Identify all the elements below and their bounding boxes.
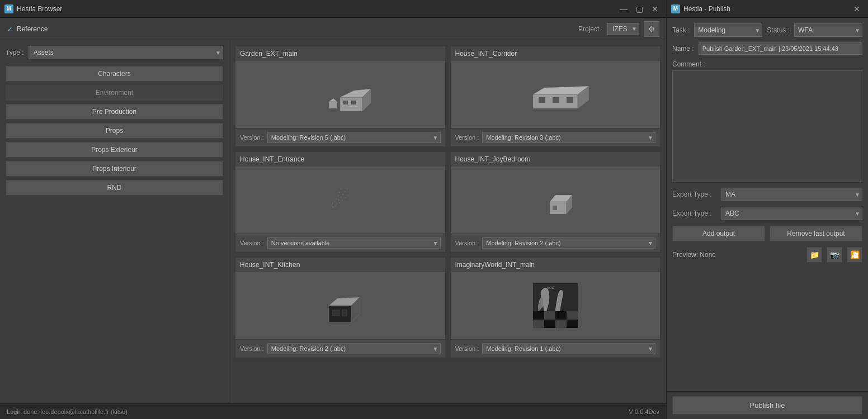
corridor-model-svg: [516, 78, 595, 111]
version-select-wrapper-imaginaryworld: Modeling: Revision 1 (.abc) ▼: [482, 343, 655, 354]
version-select-joybedroom[interactable]: Modeling: Revision 2 (.abc): [482, 237, 655, 249]
svg-rect-28: [533, 311, 544, 320]
version-select-imaginaryworld[interactable]: Modeling: Revision 1 (.abc): [482, 343, 655, 354]
sidebar-item-characters[interactable]: Characters: [6, 66, 223, 82]
type-select-wrapper: Assets Shots Sequences ▼: [29, 46, 223, 59]
project-label: Project :: [578, 25, 603, 33]
version-label-corridor: Version :: [455, 134, 479, 141]
publish-panel: M Hestia - Publish ✕ Task : Modeling Rig…: [667, 0, 868, 419]
project-area: Project : IZES ▼ ⚙: [578, 21, 659, 37]
no-preview-entrance: ☄: [330, 187, 350, 213]
asset-footer-house-int-corridor: Version : Modeling: Revision 3 (.abc) ▼: [451, 128, 661, 146]
asset-row-2: House_INT_Entrance ☄ Version : No versio…: [235, 151, 661, 253]
version-label-entrance: Version :: [240, 240, 264, 246]
sidebar-item-props[interactable]: Props: [6, 123, 223, 139]
publish-title-bar: M Hestia - Publish ✕: [667, 0, 868, 18]
asset-card-house-int-corridor[interactable]: House_INT_Corridor: [450, 46, 661, 147]
browser-panel: M Hestia Browser — ▢ ✕ ✓ Reference Proje…: [0, 0, 667, 419]
kitchen-model-svg: [312, 283, 368, 328]
checkmark-icon: ✓: [7, 25, 13, 34]
version-label-garden: Version :: [240, 134, 264, 141]
svg-rect-5: [351, 101, 356, 104]
name-label: Name :: [672, 45, 694, 53]
preview-folder-button[interactable]: 📁: [806, 247, 822, 263]
output-buttons: Add output Remove last output: [672, 226, 862, 241]
asset-row-1: Garden_EXT_main: [235, 46, 661, 147]
browser-title-bar: M Hestia Browser — ▢ ✕: [0, 0, 666, 18]
add-output-button[interactable]: Add output: [672, 226, 765, 241]
minimize-button[interactable]: —: [617, 2, 630, 16]
asset-footer-imaginaryworld-int-main: Version : Modeling: Revision 1 (.abc) ▼: [451, 339, 661, 358]
svg-rect-29: [544, 311, 555, 320]
export-type-1-select[interactable]: MA MB FBX OBJ: [721, 188, 862, 201]
login-status-text: Login done: leo.depoix@lacatholille.fr (…: [7, 408, 128, 415]
version-select-wrapper-kitchen: Modeling: Revision 2 (.abc) ▼: [267, 343, 441, 354]
svg-rect-32: [533, 320, 544, 328]
asset-card-garden-ext-main[interactable]: Garden_EXT_main: [235, 46, 446, 147]
sidebar-item-rnd[interactable]: RND: [6, 180, 223, 196]
type-select[interactable]: Assets Shots Sequences: [29, 46, 223, 59]
close-publish-button[interactable]: ✕: [850, 2, 864, 16]
asset-title-house-int-joybedroom: House_INT_JoyBedroom: [451, 152, 661, 166]
asset-footer-house-int-entrance: Version : No versions available. ▼: [235, 234, 445, 252]
close-browser-button[interactable]: ✕: [648, 2, 662, 16]
task-select-wrapper: Modeling Rigging Shading Animation ▼: [694, 23, 762, 37]
svg-rect-13: [553, 97, 559, 103]
preview-label: Preview: None: [672, 251, 802, 259]
preview-video-button[interactable]: 🎦: [847, 247, 862, 263]
sidebar-item-props-exterieur[interactable]: Props Exterieur: [6, 142, 223, 158]
preview-camera-button[interactable]: 📷: [827, 247, 842, 263]
sidebar-item-environment[interactable]: Environment: [6, 85, 223, 101]
version-select-wrapper-joybedroom: Modeling: Revision 2 (.abc) ▼: [482, 237, 655, 249]
svg-rect-12: [539, 97, 545, 103]
sidebar: Type : Assets Shots Sequences ▼ Characte…: [0, 40, 229, 403]
status-label: Status :: [767, 26, 790, 34]
settings-button[interactable]: ⚙: [644, 21, 659, 37]
sidebar-item-preproduction[interactable]: Pre Production: [6, 104, 223, 120]
version-select-wrapper-corridor: Modeling: Revision 3 (.abc) ▼: [482, 132, 655, 143]
version-select-wrapper-entrance: No versions available. ▼: [267, 237, 441, 249]
name-input[interactable]: [699, 42, 862, 55]
version-select-entrance[interactable]: No versions available.: [267, 237, 441, 249]
asset-card-house-int-kitchen[interactable]: House_INT_Kitchen: [235, 257, 446, 358]
sidebar-item-props-interieur[interactable]: Props Interieur: [6, 161, 223, 177]
status-select[interactable]: WFA WIP Done Retake: [794, 23, 862, 37]
preview-row: Preview: None 📁 📷 🎦: [672, 247, 862, 263]
version-select-garden[interactable]: Modeling: Revision 5 (.abc): [267, 132, 441, 143]
asset-preview-house-int-joybedroom: [451, 166, 661, 234]
maximize-button[interactable]: ▢: [633, 2, 646, 16]
bedroom-model-svg: [533, 183, 578, 217]
asset-preview-house-int-corridor: [451, 61, 661, 128]
browser-window-controls: — ▢ ✕: [617, 2, 662, 16]
imaginary-model-svg: xox: [527, 280, 583, 331]
asset-title-garden-ext-main: Garden_EXT_main: [235, 46, 445, 61]
version-select-corridor[interactable]: Modeling: Revision 3 (.abc): [482, 132, 655, 143]
export-type-2-select[interactable]: ABC FBX OBJ USD: [721, 207, 862, 220]
asset-title-house-int-corridor: House_INT_Corridor: [451, 46, 661, 61]
asset-card-imaginaryworld-int-main[interactable]: ImaginaryWorld_INT_main: [450, 257, 661, 358]
version-text: V 0.0.4Dev: [629, 408, 659, 415]
remove-output-button[interactable]: Remove last output: [770, 226, 862, 241]
svg-rect-25: [342, 310, 347, 316]
asset-title-imaginaryworld-int-main: ImaginaryWorld_INT_main: [451, 258, 661, 272]
task-status-row: Task : Modeling Rigging Shading Animatio…: [672, 23, 862, 37]
version-label-imaginaryworld: Version :: [455, 345, 479, 352]
project-select[interactable]: IZES: [607, 23, 639, 35]
svg-rect-24: [332, 310, 340, 316]
type-row: Type : Assets Shots Sequences ▼: [6, 46, 223, 59]
name-row: Name :: [672, 42, 862, 55]
comment-textarea[interactable]: [672, 70, 862, 182]
asset-footer-house-int-joybedroom: Version : Modeling: Revision 2 (.abc) ▼: [451, 234, 661, 252]
version-select-kitchen[interactable]: Modeling: Revision 2 (.abc): [267, 343, 441, 354]
asset-row-3: House_INT_Kitchen: [235, 257, 661, 358]
svg-rect-34: [555, 320, 567, 328]
asset-title-house-int-kitchen: House_INT_Kitchen: [235, 258, 445, 272]
task-select[interactable]: Modeling Rigging Shading Animation: [694, 23, 762, 37]
svg-marker-16: [550, 202, 567, 214]
svg-rect-30: [555, 311, 567, 320]
no-preview-icon: ☄: [330, 187, 350, 213]
asset-card-house-int-entrance[interactable]: House_INT_Entrance ☄ Version : No versio…: [235, 151, 446, 253]
publish-file-button[interactable]: Publish file: [672, 396, 862, 415]
asset-card-house-int-joybedroom[interactable]: House_INT_JoyBedroom: [450, 151, 661, 253]
browser-title: Hestia Browser: [17, 5, 614, 13]
